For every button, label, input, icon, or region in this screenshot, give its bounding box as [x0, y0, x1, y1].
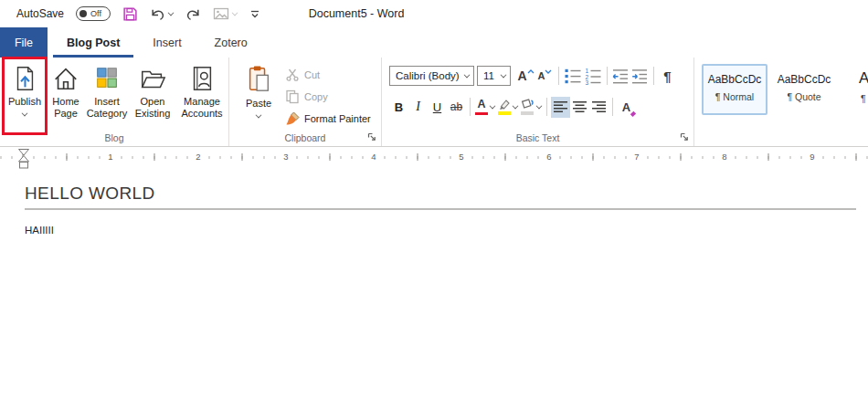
show-paragraph-marks-button[interactable]: ¶ [658, 66, 677, 87]
undo-icon [150, 6, 165, 22]
grow-font-button[interactable]: A [516, 66, 535, 87]
style-name: ¶ Normal [715, 91, 754, 102]
separator [558, 67, 559, 85]
copy-label: Copy [304, 91, 328, 102]
open-existing-label: Open Existing [130, 96, 175, 120]
style-preview: AaB [859, 69, 868, 88]
autosave-label: AutoSave [16, 7, 64, 20]
highlight-chevron-icon[interactable] [513, 102, 519, 109]
shrink-font-letter: A [538, 71, 545, 81]
insert-category-label: Insert Category [84, 96, 130, 120]
save-icon [122, 6, 138, 22]
clear-formatting-button[interactable]: A [617, 97, 636, 118]
ribbon-group-styles: AaBbCcDc ¶ Normal AaBbCcDc ¶ Quote AaB ¶… [694, 58, 868, 146]
customize-qat-icon [249, 9, 260, 19]
increase-indent-button[interactable] [630, 66, 650, 87]
style-preview: AaBbCcDc [708, 73, 762, 86]
svg-text:3: 3 [586, 79, 589, 85]
strikethrough-button[interactable]: ab [447, 97, 466, 118]
paste-button[interactable]: Paste [239, 58, 278, 132]
shrink-font-button[interactable]: A [535, 66, 555, 87]
decrease-indent-button[interactable] [611, 66, 630, 87]
font-color-chevron-icon[interactable] [490, 102, 496, 109]
undo-button[interactable] [150, 6, 174, 22]
align-right-button[interactable] [589, 97, 609, 118]
shading-button[interactable] [519, 97, 543, 118]
format-painter-button[interactable]: Format Painter [285, 108, 371, 130]
tab-zotero[interactable]: Zotero [201, 27, 261, 58]
category-squares-icon [93, 65, 121, 92]
ruler-number: 4 [368, 152, 378, 163]
font-color-button[interactable]: A [474, 97, 496, 118]
text-highlight-button[interactable] [496, 97, 519, 118]
numbered-list-button[interactable]: 1 2 3 [583, 66, 603, 87]
document-body-text[interactable]: HAIIIII [25, 225, 54, 236]
style-quote[interactable]: AaBbCcDc ¶ Quote [771, 64, 837, 115]
paste-clipboard-icon [245, 65, 272, 94]
shading-chevron-icon[interactable] [536, 102, 543, 109]
image-icon [213, 6, 229, 21]
grow-font-letter: A [517, 69, 526, 82]
insert-image-button[interactable] [213, 6, 238, 21]
bold-button[interactable]: B [389, 97, 408, 118]
open-existing-button[interactable]: Open Existing [130, 58, 175, 132]
home-page-button[interactable]: Home Page [48, 58, 84, 132]
underline-button[interactable]: U [428, 97, 447, 118]
align-center-icon [572, 100, 587, 113]
bold-label: B [395, 100, 403, 114]
separator [546, 98, 547, 116]
title-bar: AutoSave Off [0, 0, 868, 27]
autosave-toggle[interactable]: Off [76, 6, 111, 21]
align-center-button[interactable] [570, 97, 589, 118]
ribbon: Publish Home Page [0, 58, 868, 147]
paint-bucket-icon [520, 99, 535, 115]
format-painter-label: Format Painter [304, 113, 371, 124]
scissors-icon [285, 68, 300, 82]
ruler-number: 9 [807, 152, 817, 163]
pilcrow-icon: ¶ [663, 68, 671, 84]
window-title: Document5 - Word [309, 7, 405, 20]
publish-label: Publish [8, 96, 41, 108]
tab-insert[interactable]: Insert [139, 27, 195, 58]
blog-group-label: Blog [0, 132, 228, 143]
numbered-list-icon: 1 2 3 [584, 67, 602, 85]
style-normal[interactable]: AaBbCcDc ¶ Normal [702, 64, 767, 115]
style-name: ¶ Quote [787, 91, 820, 102]
redo-button[interactable] [185, 6, 201, 22]
ruler-number: 6 [544, 152, 554, 163]
redo-icon [185, 6, 201, 22]
clear-formatting-icon: A [622, 99, 630, 115]
undo-dropdown-chevron-icon[interactable] [168, 9, 175, 16]
basic-text-dialog-launcher-icon[interactable] [680, 132, 691, 143]
style-heading[interactable]: AaB ¶ Hea [841, 64, 868, 115]
indent-markers[interactable] [17, 149, 30, 173]
publish-icon [11, 65, 38, 92]
clipboard-dialog-launcher-icon[interactable] [367, 132, 378, 143]
insert-category-button[interactable]: Insert Category [84, 58, 130, 132]
publish-button[interactable]: Publish [2, 58, 48, 132]
ribbon-tab-bar: File Blog Post Insert Zotero [0, 27, 868, 58]
manage-accounts-button[interactable]: Manage Accounts [175, 58, 228, 132]
autosave-state: Off [90, 10, 103, 18]
save-button[interactable] [122, 6, 138, 22]
underline-label: U [433, 100, 441, 114]
font-size-combobox[interactable]: 11 [477, 66, 511, 86]
tab-file[interactable]: File [0, 27, 48, 58]
document-heading[interactable]: HELLO WORLD [25, 184, 155, 204]
customize-qat-button[interactable] [249, 9, 260, 19]
tab-blog-post[interactable]: Blog Post [53, 27, 133, 58]
clipboard-group-label: Clipboard [229, 132, 381, 143]
bullet-list-button[interactable] [563, 66, 583, 87]
italic-button[interactable]: I [408, 97, 428, 118]
font-name-value: Calibri (Body) [396, 70, 460, 81]
ruler-number: 7 [631, 152, 641, 163]
cut-label: Cut [304, 69, 320, 80]
ruler-number: 8 [719, 152, 729, 163]
increase-indent-icon [631, 68, 649, 85]
font-name-combobox[interactable]: Calibri (Body) [389, 66, 474, 86]
cut-button: Cut [285, 64, 371, 86]
horizontal-ruler: 1 2 3 4 5 6 7 8 9 [0, 148, 868, 167]
heading-underline-rule [25, 208, 856, 210]
italic-label: I [416, 100, 420, 114]
align-left-button[interactable] [551, 97, 570, 118]
